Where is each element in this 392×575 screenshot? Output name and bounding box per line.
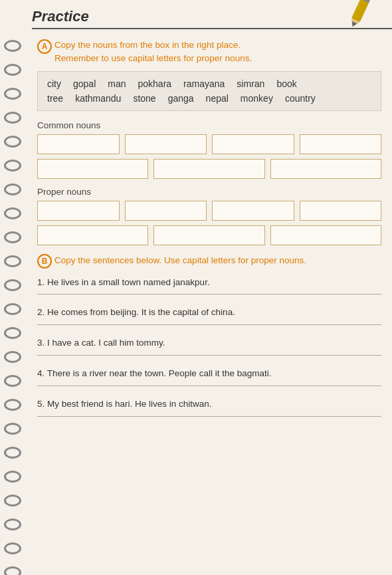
proper-box-row-1 <box>37 201 381 221</box>
word-box: city gopal man pokhara ramayana simran b… <box>37 71 381 111</box>
sentence-text-5: 5. My best friend is hari. He lives in c… <box>37 398 381 411</box>
common-answer-box-1[interactable] <box>37 134 120 154</box>
section-b-header: B Copy the sentences below. Use capital … <box>37 253 381 269</box>
svg-rect-0 <box>351 0 371 22</box>
sentence-line-1 <box>37 294 381 294</box>
page: Practice A Copy the nouns from the box i… <box>0 0 392 575</box>
sentence-item-2: 2. He comes from beijing. It is the capi… <box>37 306 381 325</box>
spiral-ring <box>4 423 21 435</box>
sentence-text-3: 3. I have a cat. I call him tommy. <box>37 337 381 350</box>
sentences-list: 1. He lives in a small town named janakp… <box>37 277 381 417</box>
page-title: Practice <box>32 8 89 25</box>
spiral-ring <box>4 160 21 172</box>
word-tree: tree <box>47 93 63 104</box>
sentence-text-4: 4. There is a river near the town. Peopl… <box>37 368 381 380</box>
section-a-instruction: Copy the nouns from the box in the right… <box>54 39 252 66</box>
proper-answer-box-5[interactable] <box>37 225 148 245</box>
sentence-line-2 <box>37 324 381 325</box>
common-answer-box-7[interactable] <box>270 159 381 179</box>
common-answer-box-2[interactable] <box>125 134 207 154</box>
spiral-ring <box>4 399 21 411</box>
proper-box-row-2 <box>37 225 381 245</box>
spiral-ring <box>4 518 21 530</box>
proper-nouns-label: Proper nouns <box>37 187 381 197</box>
spiral-ring <box>4 447 21 459</box>
word-book: book <box>276 78 296 89</box>
common-nouns-label: Common nouns <box>37 120 381 130</box>
spiral-ring <box>4 207 21 219</box>
word-row-1: city gopal man pokhara ramayana simran b… <box>47 78 371 89</box>
spiral-ring <box>4 112 21 124</box>
common-answer-box-3[interactable] <box>212 134 294 154</box>
main-content: A Copy the nouns from the box in the rig… <box>32 29 392 438</box>
proper-answer-box-6[interactable] <box>153 225 264 245</box>
spiral-ring <box>4 279 21 291</box>
spiral-ring <box>4 64 21 76</box>
word-monkey: monkey <box>241 93 273 104</box>
word-country: country <box>285 93 316 104</box>
proper-nouns-section: Proper nouns <box>37 187 381 245</box>
sentence-line-3 <box>37 355 381 356</box>
spiral-ring <box>4 231 21 243</box>
word-kathmandu: kathmandu <box>75 93 121 104</box>
proper-answer-box-4[interactable] <box>300 201 382 221</box>
section-a-badge: A <box>37 39 52 54</box>
common-box-row-1 <box>37 134 381 154</box>
spiral-ring <box>4 183 21 195</box>
word-city: city <box>47 78 61 89</box>
sentence-item-1: 1. He lives in a small town named janakp… <box>37 277 381 295</box>
word-ganga: ganga <box>168 93 194 104</box>
spiral-ring <box>4 40 21 52</box>
proper-answer-box-2[interactable] <box>125 201 207 221</box>
spiral-ring <box>4 566 21 575</box>
section-a-header: A Copy the nouns from the box in the rig… <box>37 39 381 66</box>
sentence-line-5 <box>37 416 381 417</box>
word-stone: stone <box>133 93 155 104</box>
word-simran: simran <box>237 78 264 89</box>
spiral-ring <box>4 136 21 148</box>
proper-answer-box-3[interactable] <box>212 201 294 221</box>
sentence-item-4: 4. There is a river near the town. Peopl… <box>37 368 381 386</box>
section-b-instruction: Copy the sentences below. Use capital le… <box>54 254 306 267</box>
word-ramayana: ramayana <box>183 78 225 89</box>
proper-answer-box-1[interactable] <box>37 201 120 221</box>
section-b-badge: B <box>37 254 52 269</box>
spiral-ring <box>4 255 21 267</box>
sentence-text-2: 2. He comes from beijing. It is the capi… <box>37 306 381 319</box>
common-box-row-2 <box>37 159 381 179</box>
common-answer-box-6[interactable] <box>153 159 264 179</box>
spiral-ring <box>4 303 21 315</box>
proper-answer-box-7[interactable] <box>270 225 381 245</box>
word-nepal: nepal <box>206 93 229 104</box>
spiral-ring <box>4 375 21 387</box>
common-nouns-section: Common nouns <box>37 120 381 179</box>
word-row-2: tree kathmandu stone ganga nepal monkey … <box>47 93 371 104</box>
spiral-ring <box>4 495 21 507</box>
spiral-ring <box>4 88 21 100</box>
spiral-ring <box>4 327 21 339</box>
spiral-ring <box>4 542 21 554</box>
spiral-ring <box>4 471 21 483</box>
word-pokhara: pokhara <box>138 78 172 89</box>
sentence-line-4 <box>37 386 381 386</box>
sentence-text-1: 1. He lives in a small town named janakp… <box>37 277 381 289</box>
word-gopal: gopal <box>73 78 96 89</box>
sentence-item-5: 5. My best friend is hari. He lives in c… <box>37 398 381 417</box>
spiral-binding <box>0 40 27 575</box>
spiral-ring <box>4 351 21 363</box>
common-answer-box-5[interactable] <box>37 159 148 179</box>
sentence-item-3: 3. I have a cat. I call him tommy. <box>37 337 381 356</box>
word-man: man <box>108 78 126 89</box>
common-answer-box-4[interactable] <box>300 134 382 154</box>
title-bar: Practice <box>32 0 392 29</box>
